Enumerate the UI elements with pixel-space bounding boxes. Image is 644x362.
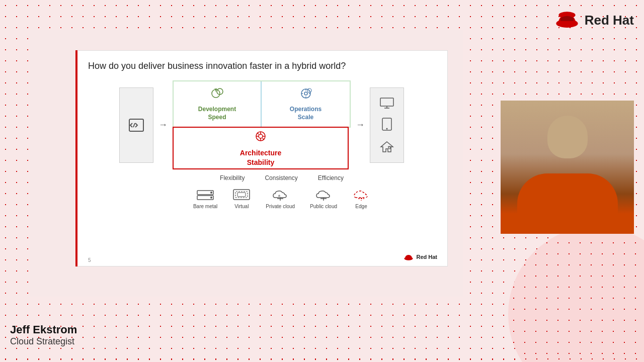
svg-point-33 [210, 192, 212, 194]
speaker-title: Cloud Strategist [10, 336, 77, 347]
arch-stability-box: Architecture Stability [173, 127, 349, 169]
ops-scale-box: Operations Scale [262, 81, 350, 127]
slide-container: How do you deliver business innovation f… [75, 50, 448, 266]
left-arrow: → [158, 120, 168, 130]
svg-rect-3 [129, 119, 143, 131]
efficiency-label: Efficiency [318, 174, 344, 182]
svg-point-11 [304, 92, 307, 95]
smart-home-icon [380, 140, 394, 153]
slide-redhat-hat-icon [404, 252, 414, 262]
private-cloud-item: Private cloud [266, 188, 295, 209]
edge-label: Edge [355, 204, 367, 209]
monitor-icon [379, 97, 394, 109]
speaker-info: Jeff Ekstrom Cloud Strategist [10, 323, 77, 347]
redhat-logo-header: Red Hat [554, 8, 634, 33]
dev-speed-box: Development Speed [174, 81, 262, 127]
svg-rect-2 [557, 23, 577, 26]
dev-label: Development Speed [198, 106, 236, 121]
slide-redhat-text: Red Hat [416, 254, 437, 260]
public-cloud-label: Public cloud [310, 204, 337, 209]
arch-label: Architecture Stability [240, 148, 281, 166]
ops-label: Operations Scale [290, 106, 321, 121]
center-boxes: Development Speed [173, 80, 351, 169]
arch-icon [253, 129, 269, 146]
person-body [517, 173, 618, 234]
ops-icon [298, 86, 313, 104]
bare-metal-item: Bare metal [193, 189, 217, 209]
svg-point-18 [259, 134, 263, 138]
right-arrow: → [356, 120, 365, 130]
bottom-dots-decoration [0, 356, 644, 362]
redhat-brand-name: Red Hat [585, 13, 634, 28]
edge-item: Edge [352, 188, 370, 209]
slide-redhat-logo: Red Hat [404, 252, 437, 262]
svg-line-4 [133, 123, 135, 127]
private-cloud-icon [271, 188, 289, 202]
virtual-label: Virtual [234, 204, 249, 209]
diagram-container: → Development [88, 80, 435, 169]
private-cloud-label: Private cloud [266, 204, 295, 209]
virtual-item: Virtual [232, 189, 251, 209]
code-box [119, 87, 153, 163]
top-row: Development Speed [173, 80, 351, 128]
svg-rect-25 [380, 98, 393, 106]
bare-metal-icon [196, 189, 214, 202]
svg-point-29 [386, 128, 388, 130]
slide-title: How do you deliver business innovation f… [88, 61, 435, 71]
svg-rect-37 [237, 193, 246, 197]
slide-accent-bar [75, 50, 77, 266]
decorative-circle [508, 226, 644, 362]
public-cloud-icon [314, 188, 333, 202]
redhat-hat-icon [554, 8, 580, 33]
code-icon [128, 118, 144, 132]
flexibility-label: Flexibility [220, 174, 245, 182]
slide-number: 5 [88, 257, 91, 263]
person-head [547, 116, 588, 158]
consistency-label: Consistency [265, 174, 297, 182]
labels-row: Flexibility Consistency Efficiency [88, 174, 435, 182]
video-person [501, 101, 634, 234]
svg-rect-35 [233, 190, 250, 200]
video-feed [501, 101, 634, 234]
infra-icons-row: Bare metal Virtual Private cloud [88, 188, 435, 209]
public-cloud-item: Public cloud [310, 188, 337, 209]
svg-point-34 [210, 197, 212, 199]
bare-metal-label: Bare metal [193, 204, 217, 209]
svg-point-30 [388, 147, 390, 149]
edge-icon [352, 188, 370, 202]
dev-icon [210, 86, 225, 104]
virtual-icon [232, 189, 251, 202]
speaker-name: Jeff Ekstrom [10, 323, 77, 336]
tablet-icon [381, 117, 392, 131]
devices-box [370, 87, 404, 163]
